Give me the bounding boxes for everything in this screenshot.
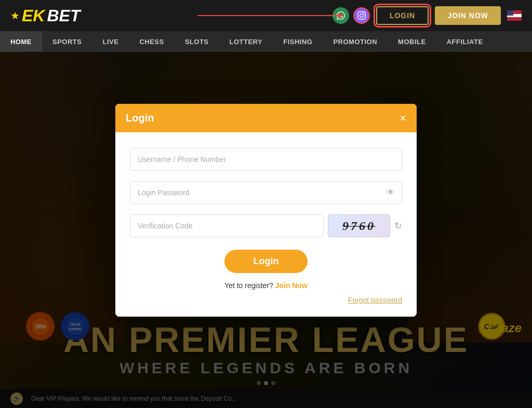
modal-body: 👁 9760 ↻ Login Yet to register? Join Now… — [115, 132, 417, 317]
forgot-password-link[interactable]: Forgot password — [130, 296, 402, 304]
modal-header: Login × — [115, 104, 417, 132]
header: ★ EK BET LOGIN JOIN NOW — [0, 0, 532, 31]
nav-item-home[interactable]: HOME — [0, 31, 42, 52]
logo-ek: EK — [22, 6, 45, 25]
logo-star-icon: ★ — [10, 9, 20, 22]
nav-item-live[interactable]: LIVE — [92, 31, 129, 52]
join-now-link[interactable]: Join Now — [275, 281, 308, 290]
nav-item-mobile[interactable]: MOBILE — [388, 31, 436, 52]
password-group: 👁 — [130, 181, 402, 204]
logo-bet: BET — [47, 6, 80, 25]
username-input-wrapper — [130, 148, 402, 171]
captcha-refresh-icon[interactable]: ↻ — [394, 220, 402, 232]
password-input-wrapper: 👁 — [130, 181, 402, 204]
password-input[interactable] — [130, 181, 402, 204]
logo: ★ EK BET — [10, 6, 80, 25]
nav-item-fishing[interactable]: FISHING — [273, 31, 323, 52]
username-input[interactable] — [130, 148, 402, 171]
login-submit-button[interactable]: Login — [224, 250, 308, 273]
nav-item-sports[interactable]: SPORTS — [42, 31, 92, 52]
password-toggle-icon[interactable]: 👁 — [387, 188, 395, 197]
header-right: LOGIN JOIN NOW — [332, 6, 522, 25]
language-flag-icon[interactable] — [507, 10, 522, 21]
register-text: Yet to register? Join Now — [130, 281, 402, 290]
modal-close-button[interactable]: × — [400, 113, 406, 124]
nav-item-affiliate[interactable]: AFFILIATE — [436, 31, 494, 52]
instagram-icon[interactable] — [353, 7, 370, 24]
modal-title: Login — [126, 112, 154, 124]
join-now-button[interactable]: JOIN NOW — [435, 6, 501, 25]
captcha-row: 9760 ↻ — [130, 214, 402, 237]
captcha-image: 9760 — [328, 214, 390, 237]
nav-item-chess[interactable]: CHESS — [129, 31, 174, 52]
hero-section: AN PREMIER LEAGUE WHERE LEGENDS ARE BORN… — [0, 52, 532, 408]
modal-overlay: Login × 👁 9 — [0, 52, 532, 408]
nav-item-slots[interactable]: SLOTS — [175, 31, 219, 52]
nav-bar: HOME SPORTS LIVE CHESS SLOTS LOTTERY FIS… — [0, 31, 532, 52]
username-group — [130, 148, 402, 171]
nav-item-lottery[interactable]: LOTTERY — [219, 31, 273, 52]
login-modal: Login × 👁 9 — [115, 104, 417, 317]
login-button[interactable]: LOGIN — [376, 6, 429, 25]
nav-item-promotion[interactable]: PROMOTION — [323, 31, 388, 52]
captcha-input[interactable] — [130, 214, 324, 237]
captcha-group: 9760 ↻ — [130, 214, 402, 237]
